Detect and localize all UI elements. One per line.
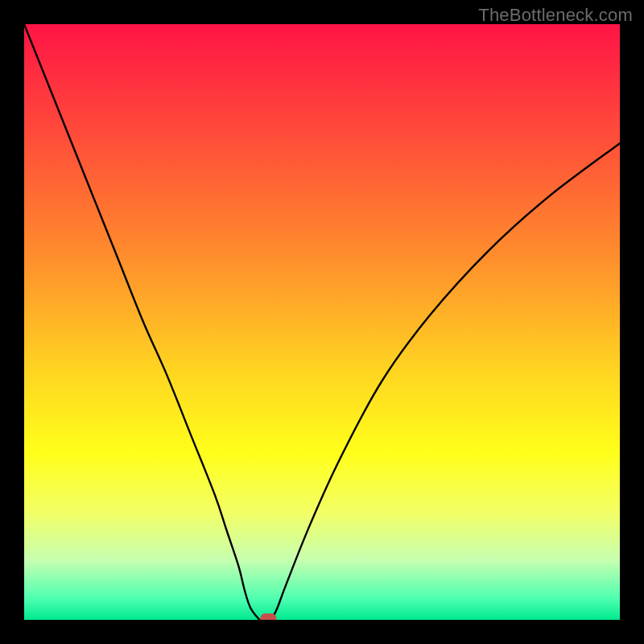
marker-layer xyxy=(24,24,620,620)
watermark-text: TheBottleneck.com xyxy=(478,5,633,26)
minimum-marker xyxy=(260,613,276,620)
plot-area xyxy=(24,24,620,620)
chart-frame: TheBottleneck.com xyxy=(0,0,644,644)
